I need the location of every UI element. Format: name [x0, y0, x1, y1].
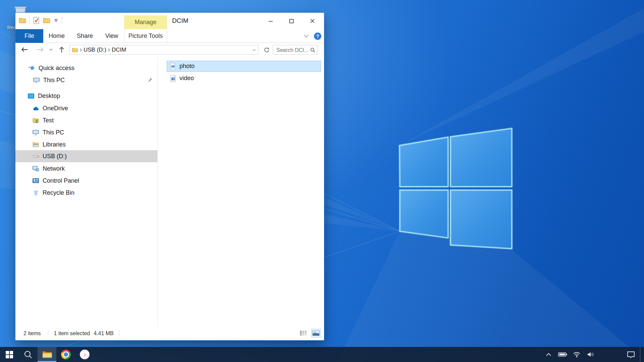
- taskbar-file-explorer-button[interactable]: [38, 347, 56, 362]
- up-icon: [59, 46, 65, 53]
- search-box[interactable]: [273, 45, 318, 55]
- start-button[interactable]: [0, 347, 19, 362]
- usb-drive-icon: [32, 153, 39, 160]
- show-desktop-button[interactable]: [640, 347, 642, 362]
- battery-icon: [558, 352, 567, 357]
- selection-size: 4.41 MB: [94, 330, 114, 337]
- sidebar-item-onedrive[interactable]: OneDrive: [15, 102, 157, 114]
- breadcrumb-usb[interactable]: USB (D:): [84, 47, 106, 53]
- onedrive-cloud-icon: [32, 105, 39, 112]
- search-input[interactable]: [276, 46, 311, 55]
- status-bar: 2 items 1 item selected 4.41 MB: [15, 327, 324, 340]
- libraries-icon: [32, 141, 39, 148]
- system-tray: [543, 347, 644, 362]
- sidebar-item-this-pc[interactable]: This PC: [15, 126, 157, 138]
- back-icon: [21, 47, 28, 53]
- search-icon[interactable]: [310, 47, 316, 53]
- help-button[interactable]: ?: [314, 33, 321, 40]
- breadcrumb-dcim[interactable]: DCIM: [112, 47, 126, 53]
- thumbnail-view-button[interactable]: [311, 329, 321, 338]
- volume-icon: [587, 351, 595, 358]
- this-pc-icon: [32, 129, 39, 136]
- view-toggles: [299, 329, 321, 338]
- address-bar[interactable]: USB (D:) DCIM: [69, 45, 258, 55]
- wifi-button[interactable]: [572, 347, 582, 362]
- back-button[interactable]: [19, 45, 30, 55]
- tab-share[interactable]: Share: [71, 29, 98, 43]
- recycle-bin-icon: [32, 189, 39, 196]
- taskbar-search-button[interactable]: [19, 347, 38, 362]
- battery-button[interactable]: [557, 347, 568, 362]
- sidebar-item-libraries[interactable]: Libraries: [15, 138, 157, 150]
- sidebar-item-label: Test: [43, 117, 54, 124]
- breadcrumb-chevron-icon: [79, 48, 82, 52]
- address-bar-row: USB (D:) DCIM: [15, 43, 324, 57]
- taskbar-chrome-button[interactable]: [56, 347, 75, 362]
- item-count: 2 items: [23, 330, 41, 337]
- up-button[interactable]: [56, 45, 67, 55]
- taskbar-search-icon: [24, 350, 33, 359]
- start-icon: [6, 351, 13, 358]
- qat-separator: [29, 16, 30, 25]
- sidebar-item-desktop[interactable]: Desktop: [15, 90, 157, 102]
- close-button[interactable]: [302, 13, 323, 29]
- breadcrumb-chevron-icon: [108, 48, 110, 52]
- chrome-icon: [61, 350, 71, 359]
- forward-button[interactable]: [35, 45, 46, 55]
- minimize-icon: [268, 19, 273, 23]
- tab-picture-tools[interactable]: Picture Tools: [124, 29, 167, 43]
- file-row-photo[interactable]: photo: [167, 61, 321, 72]
- desktop: ♻ Recycle Bin: [0, 0, 644, 362]
- address-dropdown-icon: [252, 49, 256, 52]
- volume-button[interactable]: [586, 347, 596, 362]
- forward-icon: [37, 47, 44, 53]
- new-folder-icon[interactable]: [43, 17, 50, 24]
- refresh-icon: [264, 47, 270, 53]
- selection-info: 1 item selected: [54, 330, 90, 337]
- tray-chevron-button[interactable]: [543, 347, 553, 362]
- sidebar-item-label: OneDrive: [43, 105, 68, 112]
- refresh-button[interactable]: [262, 45, 271, 55]
- file-row-video[interactable]: video: [167, 73, 321, 84]
- sidebar-item-label: Desktop: [38, 93, 60, 100]
- recent-locations-button[interactable]: [47, 45, 55, 55]
- qat-dropdown-icon[interactable]: [53, 18, 59, 23]
- app-folder-icon: [19, 17, 26, 24]
- this-pc-icon: [33, 77, 40, 84]
- sidebar-item-quick-access[interactable]: Quick access: [15, 62, 157, 74]
- tab-view[interactable]: View: [100, 29, 124, 43]
- properties-check-icon[interactable]: [33, 16, 40, 24]
- status-separator: [48, 330, 48, 337]
- file-name: video: [179, 75, 194, 82]
- sidebar-item-label: Network: [43, 165, 65, 172]
- minimize-button[interactable]: [260, 13, 281, 29]
- sidebar-item-control-panel[interactable]: Control Panel: [15, 175, 157, 187]
- details-view-button[interactable]: [299, 329, 308, 338]
- action-center-button[interactable]: [626, 347, 636, 362]
- tab-file[interactable]: File: [15, 29, 43, 43]
- navigation-pane: Quick access This PC: [15, 57, 158, 329]
- network-icon: [32, 165, 39, 172]
- ribbon-collapse-chevron-icon[interactable]: [303, 34, 309, 39]
- sidebar-item-usb[interactable]: USB (D:): [15, 150, 157, 162]
- address-dropdown-button[interactable]: [251, 47, 257, 53]
- tray-chevron-icon: [546, 353, 551, 356]
- sidebar-item-test[interactable]: Test: [15, 114, 157, 126]
- tab-home[interactable]: Home: [43, 29, 70, 43]
- sidebar-item-label: This PC: [43, 129, 64, 136]
- close-icon: [310, 18, 315, 23]
- window-body: Quick access This PC: [15, 57, 324, 329]
- sidebar-item-recycle-bin[interactable]: Recycle Bin: [15, 187, 157, 199]
- window-controls: [260, 13, 323, 29]
- sidebar-item-this-pc-pinned[interactable]: This PC: [15, 74, 157, 86]
- window-title: DCIM: [172, 17, 189, 24]
- folder-icon: [72, 47, 78, 53]
- quick-access-toolbar: [19, 16, 62, 25]
- sidebar-item-network[interactable]: Network: [15, 163, 157, 175]
- maximize-button[interactable]: [281, 13, 302, 29]
- explorer-window: Manage DCIM File Home: [15, 12, 324, 341]
- control-panel-icon: [32, 177, 39, 184]
- tab-manage[interactable]: Manage: [124, 15, 167, 29]
- taskbar-itunes-button[interactable]: ♪: [75, 347, 94, 362]
- video-file-icon: [170, 75, 176, 82]
